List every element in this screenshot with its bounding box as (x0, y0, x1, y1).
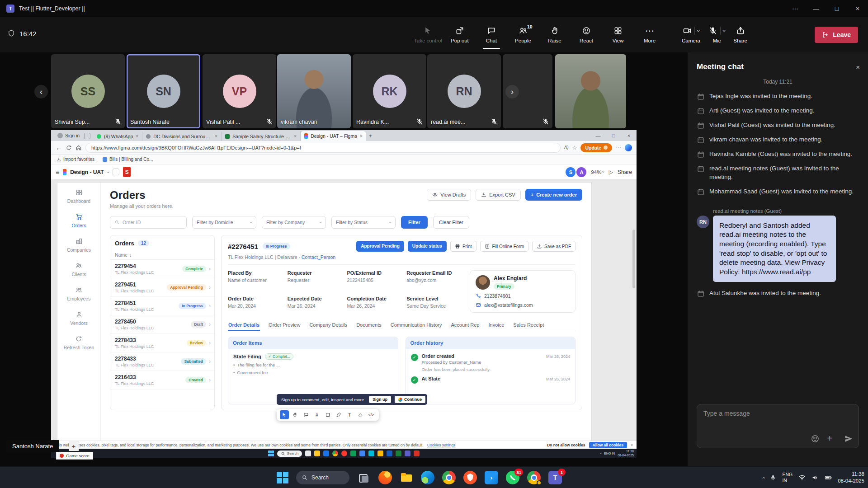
refresh-icon[interactable] (66, 145, 72, 151)
order-row[interactable]: 2279454TL Flex Holdings LLC Complete › (110, 260, 214, 278)
sidebar-item-clients[interactable]: Clients (71, 262, 86, 277)
canvas-scrollbar[interactable] (632, 230, 635, 288)
raise-hand-button[interactable]: Raise (539, 20, 571, 50)
clock[interactable]: 11:38 08-04-2025 (838, 471, 864, 484)
filter-button[interactable]: Filter (401, 216, 428, 229)
tab-figma-active[interactable]: Design - UAT – Figma × (301, 131, 366, 141)
participant-tile-shivani[interactable]: SS Shivani Sup... (51, 54, 125, 128)
chat-button[interactable]: Chat (476, 20, 507, 50)
google-continue-button[interactable]: Continue (395, 396, 425, 403)
mic-button[interactable]: › Mic (707, 20, 727, 50)
tab-account-rep[interactable]: Account Rep (451, 319, 480, 331)
attach-plus-icon[interactable]: + (827, 433, 832, 444)
sidebar-item-employees[interactable]: Employees (67, 286, 91, 301)
cookie-close-icon[interactable]: × (631, 443, 633, 447)
chrome-profile-icon[interactable] (527, 471, 541, 484)
frame-tool-icon[interactable]: # (312, 410, 321, 419)
column-name[interactable]: Name (115, 252, 127, 258)
tab-sales-receipt[interactable]: Sales Receipt (513, 319, 544, 331)
app-icon[interactable] (305, 450, 311, 456)
app-icon[interactable] (396, 450, 401, 456)
collaborator-avatar[interactable]: S (566, 167, 576, 177)
sidebar-item-vendors[interactable]: Vendors (70, 311, 88, 326)
home-icon[interactable] (75, 145, 82, 151)
sidebar-item-dashboard[interactable]: Dashboard (67, 189, 90, 204)
pen-tool-icon[interactable] (334, 410, 343, 419)
minimize-button[interactable]: — (806, 0, 826, 17)
component-tool-icon[interactable]: ◇ (356, 410, 365, 419)
order-id-input[interactable]: Order ID (110, 216, 187, 229)
vscode-icon[interactable]: › (485, 471, 498, 484)
order-row[interactable]: 2216433TL Flex Holdings LLC Created › (110, 371, 214, 389)
message-input[interactable]: Type a message + (697, 404, 859, 448)
pages-panel-icon[interactable] (113, 169, 119, 175)
figma-doc-title[interactable]: Design - UAT (70, 169, 104, 175)
participant-tile-readai[interactable]: RN read.ai mee... (427, 54, 501, 128)
close-button[interactable]: × (847, 0, 868, 17)
participant-tile-ravindra[interactable]: RK Ravindra K... (353, 54, 426, 128)
tab-close-icon[interactable]: × (294, 134, 297, 139)
tab-invoice[interactable]: Invoice (488, 319, 505, 331)
zoom-control[interactable]: 94% › (591, 169, 604, 175)
brave-icon[interactable] (463, 471, 477, 484)
filter-company-select[interactable]: Filter by Company › (262, 216, 326, 229)
comment-tool-icon[interactable] (302, 410, 311, 419)
tab-actions-icon[interactable] (84, 133, 90, 139)
clock[interactable]: 11:38 08-04-2025 (618, 450, 634, 457)
bills-favorite-item[interactable]: Bills | Billing and Co... (103, 157, 153, 162)
react-button[interactable]: React (571, 20, 602, 50)
teams-icon[interactable]: 1T (548, 471, 562, 484)
import-favorites-item[interactable]: Import favorites (57, 157, 94, 162)
app-icon[interactable] (341, 450, 347, 456)
shape-tool-icon[interactable] (323, 410, 332, 419)
sidebar-item-refresh-token[interactable]: Refresh Token (64, 335, 94, 350)
update-status-button[interactable]: Update status (408, 241, 447, 252)
view-drafts-button[interactable]: View Drafts (427, 189, 471, 201)
take-control-button[interactable]: Take control (412, 20, 444, 50)
clear-filter-button[interactable]: Clear Filter (433, 216, 469, 229)
edge-update-button[interactable]: Update (580, 143, 612, 152)
task-view-icon[interactable] (357, 471, 371, 484)
hand-tool-icon[interactable] (291, 410, 300, 419)
file-explorer-icon[interactable] (400, 471, 413, 484)
figma-menu-icon[interactable]: ≡ (56, 169, 59, 176)
filter-status-select[interactable]: Filter by Status › (331, 216, 396, 229)
leave-button[interactable]: Leave (815, 27, 858, 43)
app-icon[interactable] (405, 450, 410, 456)
fill-online-form-button[interactable]: Fill Online Form (480, 241, 529, 252)
tab-communication-history[interactable]: Communication History (390, 319, 443, 331)
approval-pending-button[interactable]: Approval Pending (356, 241, 404, 252)
move-tool-icon[interactable] (280, 410, 289, 419)
taskbar-search[interactable]: Search (296, 471, 349, 484)
participant-tile-vikram[interactable]: vikram chavan (277, 54, 351, 128)
save-as-pdf-button[interactable]: Save as PDF (532, 241, 576, 252)
pop-out-button[interactable]: Pop out (444, 20, 476, 50)
start-button[interactable] (277, 472, 288, 483)
tab-close-icon[interactable]: × (215, 134, 217, 139)
order-row[interactable]: 2278433TL Flex Holdings LLC Submitted › (110, 352, 214, 371)
filmstrip-scroll-left-button[interactable]: ‹ (34, 85, 48, 99)
app-icon[interactable] (377, 450, 383, 456)
tab-salary-sheet[interactable]: Sample Salary Structure with calc × (222, 131, 301, 141)
contact-person-link[interactable]: Contact_Person (302, 254, 335, 260)
start-icon[interactable] (268, 450, 274, 456)
print-button[interactable]: Print (450, 241, 476, 252)
order-row[interactable]: 2278433TL Flex Holdings LLC Review › (110, 334, 214, 352)
app-icon[interactable] (323, 450, 329, 456)
presenter-plus-chip[interactable]: + (69, 441, 79, 451)
emoji-icon[interactable] (811, 434, 820, 443)
app-icon[interactable] (350, 450, 356, 456)
app-icon[interactable] (368, 450, 374, 456)
browser-profile-chip[interactable]: Sign in (54, 131, 83, 140)
present-icon[interactable]: ▷ (609, 169, 613, 175)
tab-whatsapp[interactable]: (9) WhatsApp × (93, 131, 142, 141)
filter-domicile-select[interactable]: Filter by Domicile › (192, 216, 256, 229)
text-tool-icon[interactable]: T (345, 410, 354, 419)
figma-share-button[interactable]: Share (618, 169, 632, 175)
chrome-icon[interactable] (442, 471, 456, 484)
chat-close-icon[interactable]: × (856, 63, 860, 71)
collaborator-avatar[interactable]: A (576, 167, 586, 177)
volume-icon[interactable] (811, 474, 819, 481)
sidebar-item-orders[interactable]: Orders (71, 213, 86, 228)
app-icon[interactable] (314, 450, 320, 456)
